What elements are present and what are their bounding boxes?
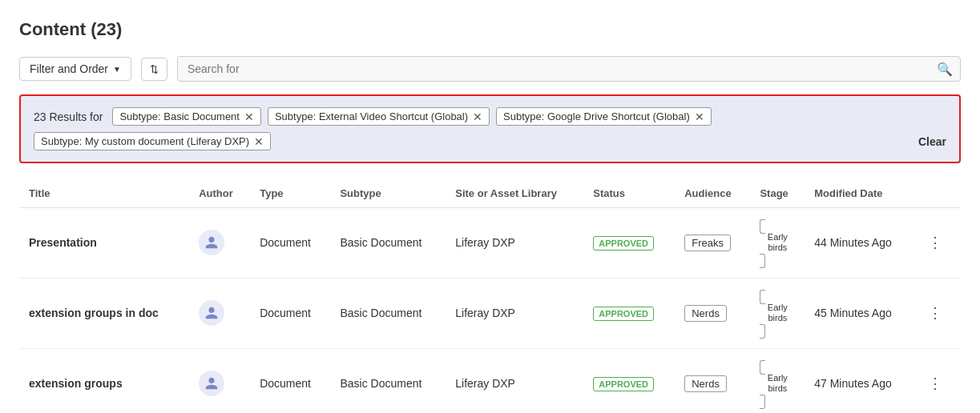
audience-badge: Nerds bbox=[684, 375, 727, 392]
row-subtype: Basic Document bbox=[330, 208, 446, 279]
remove-tag-1-button[interactable]: ✕ bbox=[473, 111, 482, 122]
row-audience: Nerds bbox=[675, 278, 750, 348]
sort-icon: ⇅ bbox=[150, 63, 159, 75]
content-table: Title Author Type Subtype Site or Asset … bbox=[19, 179, 961, 413]
row-stage: Earlybirds bbox=[750, 278, 805, 348]
row-status: APPROVED bbox=[583, 278, 675, 348]
row-modified: 45 Minutes Ago bbox=[805, 278, 915, 348]
row-status: APPROVED bbox=[583, 348, 675, 413]
results-label: 23 Results for bbox=[34, 110, 103, 123]
avatar bbox=[199, 300, 224, 326]
audience-badge: Nerds bbox=[684, 305, 727, 322]
remove-tag-0-button[interactable]: ✕ bbox=[244, 111, 254, 122]
remove-tag-2-button[interactable]: ✕ bbox=[695, 111, 704, 122]
filter-tag: Subtype: Google Drive Shortcut (Global) … bbox=[496, 107, 712, 126]
row-site: Liferay DXP bbox=[446, 278, 583, 348]
col-stage: Stage bbox=[750, 179, 805, 208]
row-more[interactable]: ⋮ bbox=[915, 348, 961, 413]
audience-badge: Freaks bbox=[684, 235, 731, 251]
row-stage: Earlybirds bbox=[750, 208, 805, 279]
row-subtype: Basic Document bbox=[330, 278, 446, 348]
col-status: Status bbox=[583, 179, 675, 208]
row-audience: Nerds bbox=[675, 348, 750, 413]
row-subtype: Basic Document bbox=[330, 348, 446, 413]
filter-tag: Subtype: Basic Document ✕ bbox=[112, 107, 261, 126]
filter-tag-label: Subtype: My custom document (Liferay DXP… bbox=[41, 135, 249, 147]
row-type: Document bbox=[250, 348, 330, 413]
sort-button[interactable]: ⇅ bbox=[141, 58, 167, 81]
filter-order-button[interactable]: Filter and Order ▼ bbox=[19, 57, 131, 81]
row-title: Presentation bbox=[19, 208, 189, 279]
status-badge: APPROVED bbox=[593, 307, 654, 321]
remove-tag-3-button[interactable]: ✕ bbox=[254, 136, 264, 147]
search-input[interactable] bbox=[177, 56, 961, 82]
col-title: Title bbox=[19, 179, 189, 208]
stage-badge: Earlybirds bbox=[760, 360, 795, 409]
col-modified: Modified Date bbox=[805, 179, 915, 208]
filter-results-box: 23 Results for Subtype: Basic Document ✕… bbox=[19, 94, 961, 163]
col-audience: Audience bbox=[675, 179, 750, 208]
stage-badge: Earlybirds bbox=[760, 290, 795, 339]
table-row: extension groups Document Basic Document… bbox=[19, 348, 961, 413]
row-author bbox=[189, 278, 250, 348]
row-modified: 44 Minutes Ago bbox=[805, 208, 915, 279]
row-more[interactable]: ⋮ bbox=[915, 208, 961, 279]
table-row: extension groups in doc Document Basic D… bbox=[19, 278, 961, 348]
row-modified: 47 Minutes Ago bbox=[805, 348, 915, 413]
filter-tag-label: Subtype: Basic Document bbox=[119, 110, 240, 122]
row-more[interactable]: ⋮ bbox=[915, 278, 961, 348]
col-site: Site or Asset Library bbox=[446, 179, 583, 208]
col-author: Author bbox=[189, 179, 250, 208]
avatar bbox=[199, 371, 224, 396]
col-type: Type bbox=[250, 179, 330, 208]
search-icon: 🔍 bbox=[937, 62, 953, 77]
status-badge: APPROVED bbox=[593, 377, 654, 391]
row-author bbox=[189, 208, 250, 279]
col-actions bbox=[915, 179, 961, 208]
row-stage: Earlybirds bbox=[750, 348, 805, 413]
row-audience: Freaks bbox=[675, 208, 750, 279]
filter-tag-label: Subtype: Google Drive Shortcut (Global) bbox=[503, 110, 690, 122]
page-title: Content (23) bbox=[19, 19, 961, 40]
filter-tag: Subtype: My custom document (Liferay DXP… bbox=[34, 132, 271, 150]
row-type: Document bbox=[250, 278, 330, 348]
more-actions-button[interactable]: ⋮ bbox=[925, 231, 946, 255]
table-row: Presentation Document Basic Document Lif… bbox=[19, 208, 961, 279]
filter-tag-label: Subtype: External Video Shortcut (Global… bbox=[275, 110, 468, 122]
row-author bbox=[189, 348, 250, 413]
row-site: Liferay DXP bbox=[446, 208, 583, 279]
search-bar: 🔍 bbox=[177, 56, 961, 82]
row-status: APPROVED bbox=[583, 208, 675, 279]
more-actions-button[interactable]: ⋮ bbox=[925, 371, 946, 395]
status-badge: APPROVED bbox=[593, 236, 654, 251]
col-subtype: Subtype bbox=[330, 179, 446, 208]
row-type: Document bbox=[250, 208, 330, 279]
stage-badge: Earlybirds bbox=[760, 219, 795, 268]
filter-tag: Subtype: External Video Shortcut (Global… bbox=[268, 107, 490, 126]
row-title: extension groups bbox=[19, 348, 189, 413]
more-actions-button[interactable]: ⋮ bbox=[925, 301, 946, 325]
row-title: extension groups in doc bbox=[19, 278, 189, 348]
toolbar: Filter and Order ▼ ⇅ 🔍 bbox=[19, 56, 961, 82]
filter-order-label: Filter and Order bbox=[30, 62, 108, 75]
row-site: Liferay DXP bbox=[446, 348, 583, 413]
avatar bbox=[199, 230, 224, 255]
chevron-down-icon: ▼ bbox=[113, 65, 121, 74]
clear-filters-button[interactable]: Clear bbox=[918, 135, 946, 148]
